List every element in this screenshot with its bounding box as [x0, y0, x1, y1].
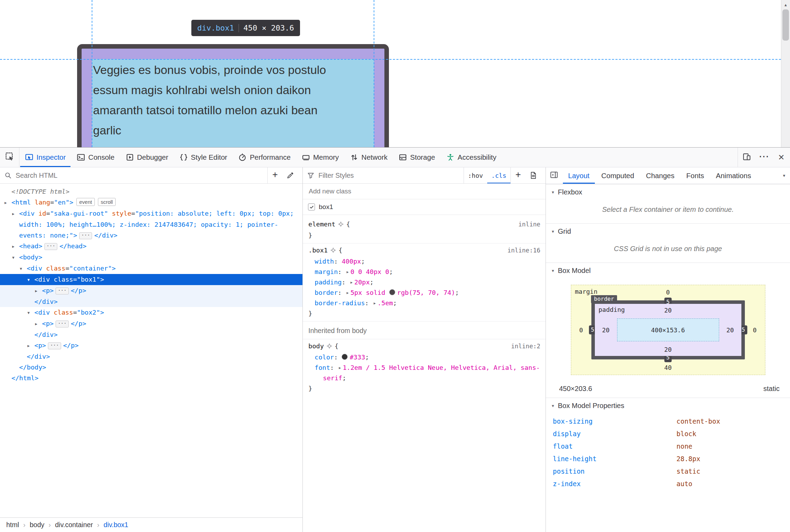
- close-devtools-button[interactable]: ✕: [773, 148, 790, 167]
- css-declaration[interactable]: font: ▸1.2em / 1.5 Helvetica Neue, Helve…: [303, 363, 546, 383]
- breadcrumb-item[interactable]: div.box1: [103, 521, 129, 529]
- box-model-section-header[interactable]: ▾ Box Model: [546, 263, 790, 279]
- dom-event-badge[interactable]: event: [76, 198, 95, 206]
- box-model-padding-area[interactable]: padding 20 20 20 20 400×153.6: [595, 304, 741, 356]
- markup-row[interactable]: </body>: [0, 362, 302, 373]
- margin-right-value[interactable]: 0: [745, 326, 765, 334]
- property-name[interactable]: border-radius: [315, 299, 365, 307]
- markup-row[interactable]: ▸<p>···</p>: [0, 318, 302, 329]
- tab-storage[interactable]: Storage: [393, 148, 441, 167]
- sidebar-toggle-button[interactable]: [546, 167, 562, 184]
- property-name[interactable]: padding: [315, 279, 342, 286]
- expand-shorthand-icon[interactable]: ▸: [347, 267, 349, 277]
- property-value[interactable]: auto: [676, 479, 692, 488]
- rule-location-link[interactable]: inline:16: [507, 245, 540, 256]
- markup-row[interactable]: ▸<div id="saka-gui-root" style="position…: [0, 208, 302, 241]
- margin-top-value[interactable]: 0: [571, 289, 765, 296]
- markup-row[interactable]: </div>: [0, 329, 302, 340]
- color-swatch[interactable]: [389, 289, 395, 295]
- markup-row[interactable]: ▾<div class="box2">: [0, 307, 302, 318]
- box-model-margin-area[interactable]: margin 0 40 0 0 border 5 5 5 5 padding: [571, 285, 765, 375]
- tab-accessibility[interactable]: Accessibility: [441, 148, 502, 167]
- class-panel-toggle[interactable]: .cls: [487, 167, 510, 183]
- markup-row[interactable]: ▸<p>···</p>: [0, 340, 302, 351]
- property-value[interactable]: none: [676, 442, 692, 451]
- expand-arrow-icon[interactable]: ▸: [12, 208, 19, 219]
- tab-memory[interactable]: Memory: [296, 148, 344, 167]
- property-value[interactable]: 28.8px: [676, 454, 700, 463]
- page-scrollbar[interactable]: ▲: [781, 0, 790, 147]
- all-tabs-dropdown-button[interactable]: ▾: [778, 167, 790, 184]
- expand-arrow-icon[interactable]: ▸: [5, 197, 11, 208]
- sidebar-tab-computed[interactable]: Computed: [596, 167, 640, 184]
- print-simulation-button[interactable]: [525, 167, 541, 183]
- margin-bottom-value[interactable]: 40: [571, 364, 765, 371]
- padding-bottom-value[interactable]: 20: [595, 346, 741, 353]
- tab-console[interactable]: Console: [71, 148, 120, 167]
- markup-row[interactable]: <!DOCTYPE html>: [0, 186, 302, 197]
- inline-expander-icon[interactable]: ···: [48, 342, 61, 349]
- add-rule-button[interactable]: +: [511, 167, 525, 184]
- property-value[interactable]: static: [676, 467, 700, 476]
- tab-inspector[interactable]: Inspector: [19, 148, 71, 167]
- expand-arrow-icon[interactable]: ▾: [27, 307, 34, 318]
- rule-selector[interactable]: element: [308, 221, 335, 228]
- rule-selector[interactable]: body: [308, 342, 324, 350]
- property-name[interactable]: margin: [315, 268, 338, 275]
- inline-expander-icon[interactable]: ···: [79, 232, 92, 239]
- css-declaration[interactable]: margin: ▸0 0 40px 0;: [303, 267, 546, 277]
- rule-selector[interactable]: .box1: [308, 247, 328, 254]
- box-model-border-area[interactable]: border 5 5 5 5 padding 20 20 20 20: [591, 300, 745, 359]
- search-html-input[interactable]: [15, 171, 267, 180]
- markup-row[interactable]: ▾<div class="container">: [0, 263, 302, 274]
- property-value[interactable]: 1.2em / 1.5 Helvetica Neue, Helvetica, A…: [323, 364, 540, 382]
- property-value[interactable]: .5em: [377, 299, 393, 307]
- expand-arrow-icon[interactable]: ▸: [35, 285, 42, 296]
- property-value[interactable]: #333: [350, 354, 365, 361]
- css-declaration[interactable]: color: #333;: [303, 352, 546, 363]
- rule-location-link[interactable]: inline:2: [511, 341, 540, 351]
- sidebar-tab-fonts[interactable]: Fonts: [680, 167, 710, 184]
- sidebar-tab-animations[interactable]: Animations: [710, 167, 756, 184]
- css-declaration[interactable]: border-radius: ▸.5em;: [303, 298, 546, 308]
- tab-debugger[interactable]: Debugger: [120, 148, 174, 167]
- property-value[interactable]: 400px: [342, 258, 361, 265]
- scrollbar-thumb[interactable]: [782, 9, 789, 41]
- property-name[interactable]: width: [315, 258, 334, 265]
- expand-arrow-icon[interactable]: ▸: [35, 318, 42, 329]
- property-value[interactable]: 20px: [354, 279, 370, 286]
- expand-shorthand-icon[interactable]: ▸: [347, 288, 349, 298]
- grid-section-header[interactable]: ▾ Grid: [546, 223, 790, 239]
- rule-location-link[interactable]: inline: [518, 219, 540, 230]
- expand-arrow-icon[interactable]: ▾: [12, 252, 19, 263]
- breadcrumb-item[interactable]: div.container: [54, 521, 93, 529]
- breadcrumb-item[interactable]: body: [29, 521, 45, 529]
- property-value[interactable]: content-box: [676, 417, 720, 426]
- padding-left-value[interactable]: 20: [595, 326, 617, 334]
- selector-highlighter-icon[interactable]: [338, 220, 344, 226]
- inline-expander-icon[interactable]: ···: [56, 321, 68, 327]
- add-new-class-input[interactable]: [308, 187, 540, 196]
- markup-row[interactable]: </div>: [0, 351, 302, 362]
- tab-performance[interactable]: Performance: [233, 148, 296, 167]
- devtools-menu-button[interactable]: ⋯: [755, 148, 773, 167]
- dom-event-badge[interactable]: scroll: [98, 198, 116, 206]
- expand-shorthand-icon[interactable]: ▸: [339, 363, 341, 373]
- expand-arrow-icon[interactable]: ▸: [12, 241, 19, 252]
- sidebar-tab-layout[interactable]: Layout: [562, 167, 596, 184]
- property-value[interactable]: rgb(75, 70, 74): [397, 289, 455, 296]
- markup-row[interactable]: ▸<p>···</p>: [0, 285, 302, 296]
- markup-row[interactable]: ▾<body>: [0, 252, 302, 263]
- eyedropper-button[interactable]: [282, 167, 298, 183]
- box-model-properties-header[interactable]: ▾ Box Model Properties: [546, 398, 790, 414]
- add-node-button[interactable]: +: [268, 167, 282, 184]
- padding-right-value[interactable]: 20: [719, 326, 741, 334]
- expand-shorthand-icon[interactable]: ▸: [374, 298, 376, 308]
- breadcrumb-item[interactable]: html: [6, 521, 20, 529]
- pick-element-button[interactable]: [0, 148, 19, 167]
- markup-row[interactable]: </div>: [0, 296, 302, 307]
- property-name[interactable]: border: [315, 289, 338, 296]
- color-swatch[interactable]: [342, 354, 348, 360]
- property-value[interactable]: 0 0 40px 0: [350, 268, 389, 275]
- pseudo-class-toggle[interactable]: :hov: [464, 167, 487, 183]
